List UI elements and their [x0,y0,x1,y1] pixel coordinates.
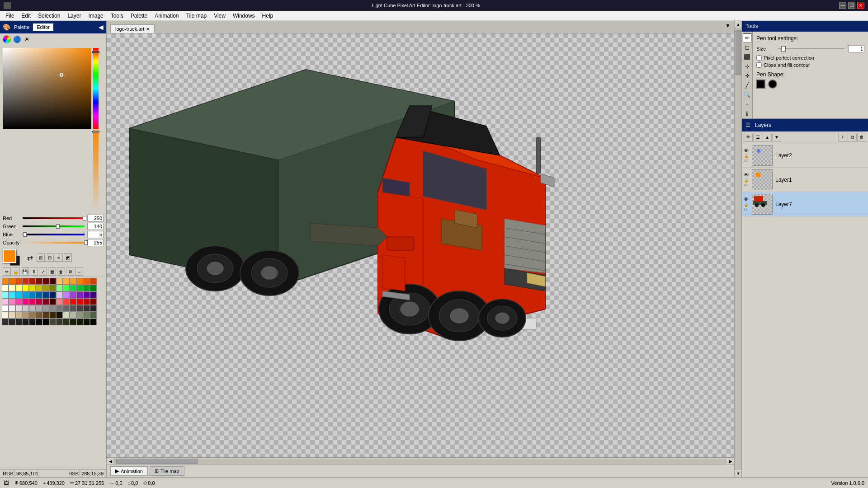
menu-edit[interactable]: Edit [18,12,34,20]
close-button[interactable]: ✕ [857,2,864,9]
color-swatch[interactable] [9,285,15,291]
canvas-area[interactable]: logo [107,33,734,457]
layer-row-layer1[interactable]: 👁 🔒 14 Layer1 [742,168,868,192]
color-swatch[interactable] [56,312,63,319]
layer-row-layer2[interactable]: 👁 🔒 14 Layer2 [742,143,868,168]
color-swatch[interactable] [9,298,15,305]
hue-bar[interactable] [93,48,99,129]
sun-icon[interactable]: ☀ [23,35,31,43]
color-swatch[interactable] [56,305,63,312]
layer-mini-export[interactable]: ⬆ [30,267,38,276]
color-swatch[interactable] [83,278,90,285]
layer-mini-pencil[interactable]: ✏ [3,267,11,276]
color-swatch[interactable] [49,291,56,298]
menu-file[interactable]: File [2,12,18,20]
color-swatch[interactable] [9,312,15,319]
color-gradient[interactable] [3,48,91,129]
color-swatch[interactable] [90,285,97,291]
color-wheel-icon[interactable] [3,35,11,43]
color-swatch[interactable] [42,278,49,285]
color-swatch[interactable] [29,285,36,291]
minimize-button[interactable]: — [839,2,846,9]
color-swatch[interactable] [2,312,9,319]
tool-info[interactable]: ℹ [743,109,752,118]
layer-mini-save[interactable]: 💾 [21,267,29,276]
scroll-thumb[interactable] [116,459,198,464]
layer-mini-arrow[interactable]: ↗ [39,267,47,276]
color-swatch[interactable] [15,319,22,325]
layer1-vis-icon[interactable]: 👁 [744,172,751,178]
palette-tab-editor[interactable]: Editor [33,23,53,31]
menu-windows[interactable]: Windows [229,12,259,20]
color-swatch[interactable] [76,285,83,291]
layer-visibility-icon[interactable]: 👁 [744,133,753,142]
color-swatch[interactable] [90,305,97,312]
color-swatch[interactable] [9,291,15,298]
anim-icon-2[interactable]: ⊟ [46,253,54,262]
layer-mini-brush[interactable]: ⚙ [66,267,74,276]
tool-eyedropper[interactable]: 🔍 [743,90,752,99]
eyedropper-icon[interactable]: 🔵 [13,35,21,43]
color-swatch[interactable] [2,291,9,298]
color-swatch[interactable] [63,291,70,298]
color-swatch[interactable] [90,298,97,305]
color-swatch[interactable] [22,291,29,298]
pen-shape-square[interactable] [756,80,765,89]
tool-move[interactable]: ✛ [743,71,752,80]
green-track[interactable] [23,225,85,227]
layer1-lock-icon[interactable]: 🔒 [744,178,751,183]
menu-help[interactable]: Help [259,12,277,20]
layer-stack-icon[interactable]: ☰ [753,133,762,142]
size-value[interactable]: 1 [848,45,864,52]
scroll-vthumb[interactable] [736,30,741,75]
anim-icon-1[interactable]: ⊞ [37,253,45,262]
size-thumb[interactable] [781,46,786,52]
color-swatch[interactable] [56,291,63,298]
menu-tools[interactable]: Tools [107,12,127,20]
collapse-icon[interactable]: ◀ [99,23,104,31]
color-swatch[interactable] [22,305,29,312]
color-swatch[interactable] [83,319,90,325]
color-swatch[interactable] [83,285,90,291]
color-swatch[interactable] [15,312,22,319]
red-value[interactable]: 250 [87,215,104,222]
color-swatch[interactable] [29,305,36,312]
layer-delete-icon[interactable]: 🗑 [857,133,866,142]
color-swatch[interactable] [63,298,70,305]
color-swatch[interactable] [2,305,9,312]
color-swatch[interactable] [70,298,76,305]
tool-select[interactable]: ⊹ [743,62,752,71]
green-thumb[interactable] [56,224,60,229]
tool-line[interactable]: ╱ [743,81,752,90]
swap-colors-icon[interactable]: ⇄ [27,253,33,262]
color-swatch[interactable] [42,298,49,305]
color-swatch[interactable] [2,319,9,325]
color-swatch[interactable] [63,319,70,325]
scroll-left-button[interactable]: ◀ [107,458,114,465]
scroll-track[interactable] [114,459,727,464]
size-slider[interactable] [778,48,844,49]
color-swatch[interactable] [63,285,70,291]
color-swatch[interactable] [36,291,42,298]
layer7-lock-icon[interactable]: 🔒 [744,202,751,207]
menu-selection[interactable]: Selection [34,12,64,20]
color-swatch[interactable] [70,312,76,319]
color-swatch[interactable] [36,285,42,291]
color-swatch[interactable] [15,291,22,298]
tool-fill[interactable]: ⬛ [743,52,752,61]
layer-mini-grid[interactable]: ▦ [48,267,56,276]
color-swatch[interactable] [36,278,42,285]
blue-thumb[interactable] [23,232,27,237]
blue-value[interactable]: 5 [87,231,104,238]
color-swatch[interactable] [56,319,63,325]
layer-row-layer7[interactable]: 👁 🔒 14 Layer7 [742,192,868,216]
menu-image[interactable]: Image [85,12,107,20]
color-swatch[interactable] [29,319,36,325]
color-swatch[interactable] [49,305,56,312]
color-swatch[interactable] [29,291,36,298]
pixel-perfect-checkbox[interactable] [756,55,762,61]
color-swatch[interactable] [76,312,83,319]
menu-tilemap[interactable]: Tile map [183,12,211,20]
color-swatch[interactable] [15,285,22,291]
opacity-track[interactable] [23,242,85,244]
